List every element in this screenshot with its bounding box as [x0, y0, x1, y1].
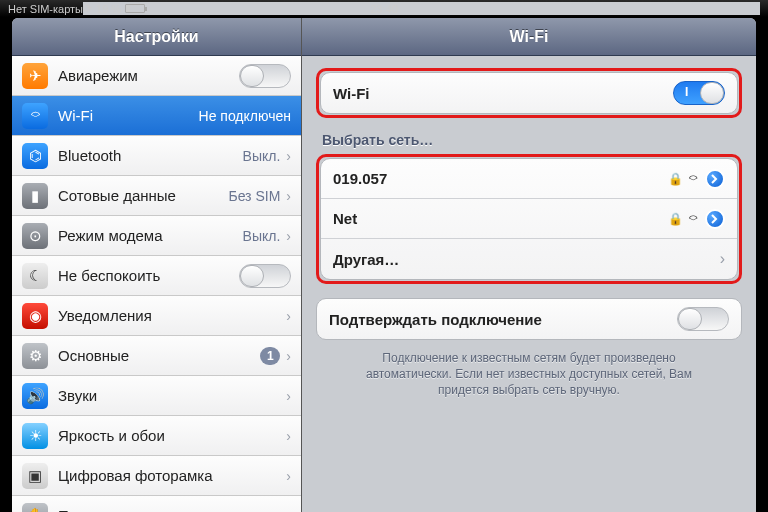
chevron-right-icon: › [286, 148, 291, 164]
dnd-switch[interactable] [239, 264, 291, 288]
wifi-toggle-row[interactable]: Wi-Fi [321, 73, 737, 113]
sidebar-item-wifi[interactable]: ⌔ Wi-Fi Не подключен [12, 96, 301, 136]
chevron-right-icon: › [286, 508, 291, 513]
airplane-switch[interactable] [239, 64, 291, 88]
wifi-toggle-group: Wi-Fi [320, 72, 738, 114]
annotation-highlight: 019.057 🔒 ⌔ Net 🔒 ⌔ [316, 154, 742, 284]
bluetooth-icon: ⌬ [22, 143, 48, 169]
sidebar-item-privacy[interactable]: ✋ Приватность › [12, 496, 301, 512]
network-other-label: Другая… [333, 251, 720, 268]
sidebar-item-label: Режим модема [58, 227, 237, 244]
ask-join-footer: Подключение к известным сетям будет прои… [316, 340, 742, 409]
detail-title: Wi-Fi [302, 18, 756, 56]
hotspot-icon: ⊙ [22, 223, 48, 249]
sidebar-item-notifications[interactable]: ◉ Уведомления › [12, 296, 301, 336]
sidebar-item-sounds[interactable]: 🔊 Звуки › [12, 376, 301, 416]
sidebar-item-label: Wi-Fi [58, 107, 193, 124]
sidebar-item-value: Выкл. [243, 228, 281, 244]
sidebar-item-label: Цифровая фоторамка [58, 467, 280, 484]
sidebar-item-label: Звуки [58, 387, 280, 404]
picture-frame-icon: ▣ [22, 463, 48, 489]
sidebar-item-cellular[interactable]: ▮ Сотовые данные Без SIM › [12, 176, 301, 216]
choose-network-label: Выбрать сеть… [316, 118, 742, 154]
sidebar-item-pictureframe[interactable]: ▣ Цифровая фоторамка › [12, 456, 301, 496]
network-info-button[interactable] [705, 169, 725, 189]
ask-join-label: Подтверждать подключение [329, 311, 677, 328]
sidebar-item-dnd[interactable]: ☾ Не беспокоить [12, 256, 301, 296]
network-ssid: Net [333, 210, 668, 227]
moon-icon: ☾ [22, 263, 48, 289]
wifi-switch[interactable] [673, 81, 725, 105]
cellular-icon: ▮ [22, 183, 48, 209]
sidebar-item-label: Уведомления [58, 307, 280, 324]
sidebar-item-label: Яркость и обои [58, 427, 280, 444]
network-row[interactable]: 019.057 🔒 ⌔ [321, 159, 737, 199]
chevron-right-icon: › [286, 428, 291, 444]
ask-join-switch[interactable] [677, 307, 729, 331]
sidebar-item-label: Сотовые данные [58, 187, 222, 204]
speaker-icon: 🔊 [22, 383, 48, 409]
ask-join-group: Подтверждать подключение [316, 298, 742, 340]
network-ssid: 019.057 [333, 170, 668, 187]
wifi-detail-pane: Wi-Fi Wi-Fi Выбрать сеть… 019.057 🔒 ⌔ [302, 18, 756, 512]
chevron-right-icon: › [286, 468, 291, 484]
gear-icon: ⚙ [22, 343, 48, 369]
carrier-text: Нет SIM-карты [8, 3, 83, 15]
network-row-other[interactable]: Другая… › [321, 239, 737, 279]
chevron-right-icon: › [286, 188, 291, 204]
chevron-right-icon: › [286, 348, 291, 364]
sidebar-item-label: Приватность [58, 507, 280, 512]
battery-percent: 19 % [96, 3, 121, 15]
ask-join-row[interactable]: Подтверждать подключение [317, 299, 741, 339]
sidebar-item-general[interactable]: ⚙ Основные 1 › [12, 336, 301, 376]
settings-list[interactable]: ✈ Авиарежим ⌔ Wi-Fi Не подключен ⌬ Bluet… [12, 56, 301, 512]
chevron-right-icon: › [286, 228, 291, 244]
wifi-signal-icon: ⌔ [689, 211, 697, 227]
wifi-signal-icon: ⌔ [689, 171, 697, 187]
chevron-right-icon: › [720, 250, 725, 268]
wifi-toggle-label: Wi-Fi [333, 85, 673, 102]
sidebar-item-airplane[interactable]: ✈ Авиарежим [12, 56, 301, 96]
sidebar-item-brightness[interactable]: ☀ Яркость и обои › [12, 416, 301, 456]
network-list: 019.057 🔒 ⌔ Net 🔒 ⌔ [320, 158, 738, 280]
sidebar-item-label: Основные [58, 347, 260, 364]
sidebar-title: Настройки [12, 18, 301, 56]
status-bar: Нет SIM-карты 23:40 ⟳ 19 % [0, 0, 768, 18]
sidebar-item-label: Не беспокоить [58, 267, 239, 284]
clock: 23:40 [370, 3, 398, 15]
wifi-icon: ⌔ [22, 103, 48, 129]
chevron-right-icon: › [286, 388, 291, 404]
sidebar-item-label: Bluetooth [58, 147, 237, 164]
annotation-highlight: Wi-Fi [316, 68, 742, 118]
orientation-lock-icon: ⟳ [83, 2, 92, 15]
sidebar-item-value: Без SIM [228, 188, 280, 204]
brightness-icon: ☀ [22, 423, 48, 449]
sidebar-item-bluetooth[interactable]: ⌬ Bluetooth Выкл. › [12, 136, 301, 176]
airplane-icon: ✈ [22, 63, 48, 89]
hand-icon: ✋ [22, 503, 48, 513]
update-badge: 1 [260, 347, 280, 365]
battery-icon [125, 4, 145, 13]
network-info-button[interactable] [705, 209, 725, 229]
sidebar-item-value: Выкл. [243, 148, 281, 164]
network-row[interactable]: Net 🔒 ⌔ [321, 199, 737, 239]
sidebar-item-label: Авиарежим [58, 67, 239, 84]
settings-sidebar: Настройки ✈ Авиарежим ⌔ Wi-Fi Не подключ… [12, 18, 302, 512]
notifications-icon: ◉ [22, 303, 48, 329]
lock-icon: 🔒 [668, 172, 683, 186]
lock-icon: 🔒 [668, 212, 683, 226]
sidebar-item-value: Не подключен [199, 108, 291, 124]
sidebar-item-hotspot[interactable]: ⊙ Режим модема Выкл. › [12, 216, 301, 256]
chevron-right-icon: › [286, 308, 291, 324]
